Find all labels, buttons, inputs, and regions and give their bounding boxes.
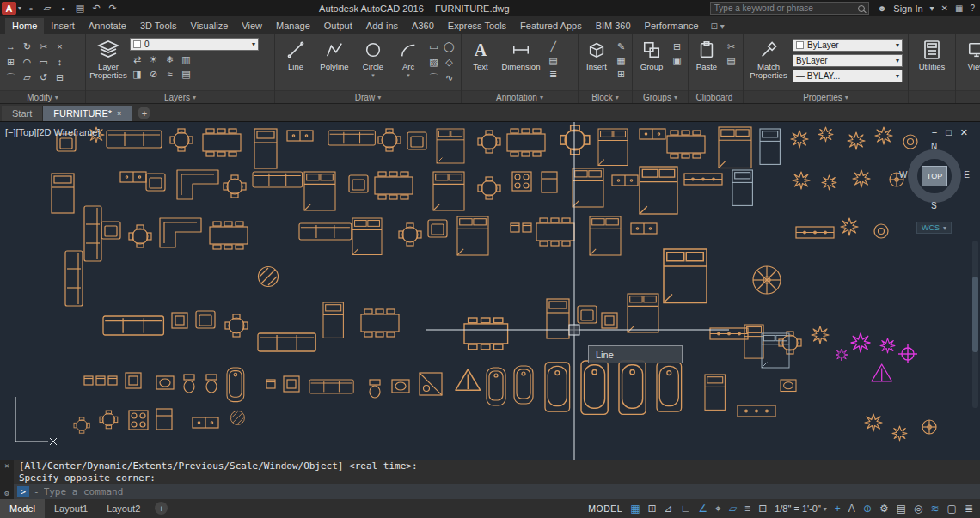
viewport-controls[interactable]: [−][Top][2D Wireframe] [5, 127, 100, 137]
viewcube-top-face[interactable]: TOP [922, 166, 947, 186]
tab-3d-tools[interactable]: 3D Tools [133, 18, 184, 34]
fillet-icon[interactable]: ◠ [20, 55, 34, 69]
viewcube-east[interactable]: E [964, 170, 970, 180]
canvas-scrollbar[interactable] [972, 241, 978, 408]
rotate-icon[interactable]: ↻ [20, 40, 34, 53]
sign-in-arrow-icon[interactable]: ▾ [930, 3, 934, 13]
circle-button[interactable]: Circle ▾ [356, 36, 390, 78]
command-input-row[interactable]: > - [14, 484, 980, 499]
dimension-button[interactable]: Dimension [499, 36, 543, 71]
new-tab-button[interactable]: + [138, 107, 150, 119]
tab-express-tools[interactable]: Express Tools [441, 18, 513, 34]
ellipse-tool-icon[interactable]: ◯ [442, 40, 456, 53]
minimize-drawing-icon[interactable]: − [932, 127, 937, 138]
object-snap-tracking-icon[interactable]: ⌖ [715, 503, 721, 514]
grid-icon[interactable]: ▦ [630, 503, 640, 514]
open-file-icon[interactable]: ▱ [41, 3, 53, 14]
circle-arrow-icon[interactable]: ▾ [371, 72, 375, 78]
panel-label-groups[interactable]: Groups▾ [633, 90, 688, 103]
customization-icon[interactable]: ≣ [965, 503, 973, 514]
lineweight-dropdown[interactable]: — BYLAY... ▾ [793, 70, 903, 82]
layer-lock-icon[interactable]: ◨ [130, 67, 144, 81]
ortho-icon[interactable]: ∟ [681, 503, 691, 514]
move-icon[interactable]: ↔ [3, 40, 18, 53]
file-tab-start[interactable]: Start [2, 106, 43, 121]
viewcube[interactable]: TOP N S W E [903, 144, 966, 208]
tab-annotate[interactable]: Annotate [82, 18, 133, 34]
model-space-toggle[interactable]: MODEL [588, 503, 622, 514]
panel-label-annotation[interactable]: Annotation▾ [462, 90, 578, 103]
close-tab-icon[interactable]: × [117, 109, 121, 118]
group-edit-icon[interactable]: ▣ [670, 53, 684, 67]
layer-on-icon[interactable]: ☀ [146, 52, 161, 66]
polyline-button[interactable]: Polyline [315, 36, 353, 71]
graphics-performance-icon[interactable]: ≋ [931, 503, 940, 514]
arc-button[interactable]: Arc ▾ [393, 36, 424, 78]
isolate-objects-icon[interactable]: ◎ [914, 503, 922, 514]
exchange-apps-icon[interactable]: ✕ [941, 3, 948, 13]
app-store-icon[interactable]: ▦ [955, 3, 963, 13]
app-menu-arrow-icon[interactable]: ▾ [18, 4, 21, 12]
layer-freeze-icon[interactable]: ❄ [162, 52, 177, 66]
lineweight-icon[interactable]: ≡ [744, 503, 750, 514]
help-icon[interactable]: ? [970, 3, 975, 13]
cut-icon[interactable]: ✂ [724, 40, 738, 53]
redo-icon[interactable]: ↷ [107, 3, 119, 14]
command-input[interactable] [44, 486, 980, 497]
restore-drawing-icon[interactable]: □ [946, 127, 952, 138]
hatch-tool-icon[interactable]: ▨ [426, 55, 441, 69]
utilities-button[interactable]: Utilities [912, 36, 952, 71]
sign-in-button[interactable]: Sign In [893, 3, 922, 14]
view-button[interactable]: View [959, 36, 980, 71]
create-block-icon[interactable]: ▦ [614, 53, 628, 67]
viewcube-south[interactable]: S [931, 201, 937, 210]
drawing-canvas-svg[interactable] [0, 122, 980, 460]
search-input[interactable] [714, 3, 858, 13]
scrollbar-thumb[interactable] [972, 277, 978, 352]
new-layout-button[interactable]: + [155, 502, 168, 515]
autocad-logo-icon[interactable]: A [2, 2, 16, 15]
revision-cloud-icon[interactable]: ∿ [442, 70, 456, 84]
erase-icon[interactable]: × [52, 40, 67, 53]
clean-screen-icon[interactable]: ▢ [947, 503, 957, 514]
dynamic-input-icon[interactable]: ⊡ [758, 503, 767, 514]
multiline-tool-icon[interactable]: ≣ [546, 67, 560, 81]
object-snap-icon[interactable]: ▱ [729, 503, 737, 514]
new-file-icon[interactable]: ▫ [25, 3, 37, 14]
panel-label-properties[interactable]: Properties▾ [744, 90, 908, 103]
block-attributes-icon[interactable]: ⊞ [614, 67, 628, 81]
panel-label-block[interactable]: Block▾ [579, 90, 632, 103]
text-button[interactable]: A Text [465, 36, 496, 71]
snap-icon[interactable]: ⊞ [647, 503, 656, 514]
tab-home[interactable]: Home [5, 18, 44, 34]
edit-block-icon[interactable]: ✎ [614, 40, 628, 53]
copy-icon[interactable]: ⊞ [3, 55, 18, 69]
wcs-menu[interactable]: WCS ▾ [916, 222, 952, 234]
linetype-dropdown[interactable]: ByLayer ▾ [793, 54, 903, 67]
customize-command-icon[interactable]: ⚙ [4, 489, 9, 497]
object-color-dropdown[interactable]: ByLayer ▾ [793, 39, 903, 52]
tab-manage[interactable]: Manage [269, 18, 317, 34]
table-tool-icon[interactable]: ▤ [546, 53, 560, 67]
autoscale-icon[interactable]: A [848, 503, 855, 514]
quick-properties-icon[interactable]: ▤ [897, 503, 906, 514]
spline-tool-icon[interactable]: ⌒ [426, 70, 441, 84]
layer-states-icon[interactable]: ▤ [179, 67, 193, 81]
leader-tool-icon[interactable]: ╱ [546, 40, 560, 53]
copy-clip-icon[interactable]: ▤ [724, 53, 738, 67]
ribbon-collapse-icon[interactable]: ⊡ ▾ [711, 21, 725, 34]
save-icon[interactable]: ▪ [58, 3, 70, 14]
tab-insert[interactable]: Insert [44, 18, 82, 34]
tab-output[interactable]: Output [317, 18, 359, 34]
annotation-visibility-icon[interactable]: + [835, 503, 841, 514]
polygon-tool-icon[interactable]: ◇ [442, 55, 456, 69]
tab-add-ins[interactable]: Add-ins [359, 18, 405, 34]
close-drawing-icon[interactable]: ✕ [960, 127, 968, 138]
stretch-icon[interactable]: ↕ [52, 55, 67, 69]
trim-icon[interactable]: ✂ [36, 40, 51, 53]
search-icon[interactable] [858, 5, 865, 12]
layer-properties-button[interactable]: Layer Properties [89, 36, 127, 80]
drawing-viewport[interactable]: [−][Top][2D Wireframe] − □ ✕ TOP N S W E… [0, 122, 980, 460]
help-search[interactable] [710, 2, 869, 15]
layout-tab-layout2[interactable]: Layout2 [97, 499, 150, 518]
